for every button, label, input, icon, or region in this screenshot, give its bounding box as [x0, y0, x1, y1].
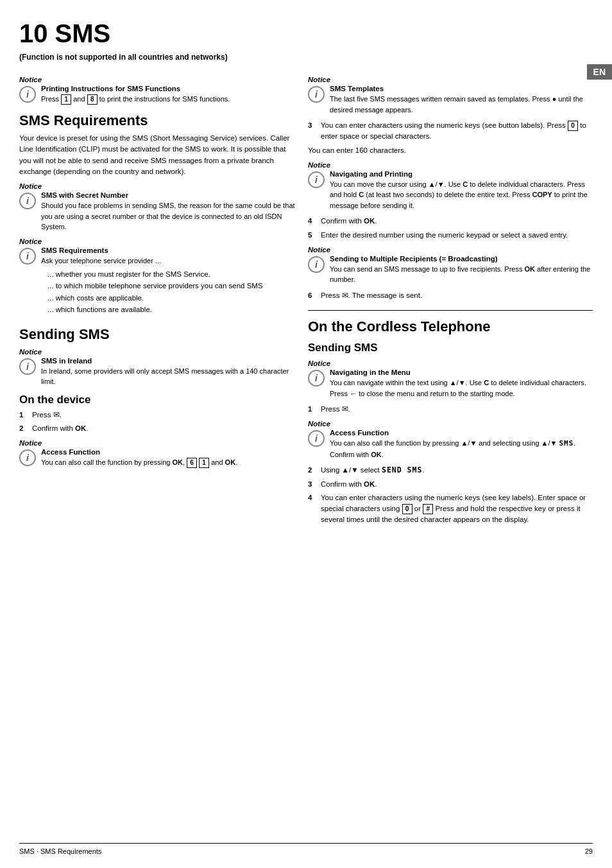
info-icon-r3: i: [308, 256, 325, 273]
send-sms-code: SEND SMS: [382, 465, 422, 474]
notice-title-r2: Navigating and Printing: [330, 170, 593, 178]
step-text-2: Confirm with OK.: [32, 423, 89, 434]
step-text-1: Press ✉.: [32, 410, 62, 421]
notice-content-r5: Access Function You can also call the fu…: [330, 429, 593, 460]
notice-text-r1: The last five SMS messages written remai…: [330, 94, 593, 115]
notice-content-r4: Navigating in the Menu You can navigate …: [330, 369, 593, 399]
notice-label-r1: Notice: [308, 76, 593, 83]
notice-content-4: SMS in Ireland In Ireland, some provider…: [41, 357, 295, 387]
en-badge: EN: [587, 64, 612, 80]
chapter-heading: 10 SMS: [19, 19, 593, 48]
notice-text-r5: You can also call the function by pressi…: [330, 438, 593, 460]
info-icon-1: i: [19, 86, 36, 103]
step-text-4c: You can enter characters using the numer…: [321, 492, 593, 526]
key-1: 1: [61, 94, 71, 105]
step-3-cordless: 3 Confirm with OK.: [308, 479, 593, 490]
key-0: 0: [568, 121, 578, 131]
bullet-item: ... which costs are applicable.: [47, 292, 295, 304]
right-column: Notice i SMS Templates The last five SMS…: [308, 71, 593, 836]
notice-printing: Notice i Printing Instructions for SMS F…: [19, 76, 295, 105]
step-num-4m: 4: [308, 216, 317, 227]
sms-code: SMS: [559, 439, 574, 447]
info-icon-r1: i: [308, 86, 325, 103]
chars-info: You can enter 160 characters.: [308, 145, 593, 156]
notice-label-1: Notice: [19, 76, 295, 83]
step-2-cordless: 2 Using ▲/▼ select SEND SMS.: [308, 465, 593, 476]
notice-title-1: Printing Instructions for SMS Functions: [41, 85, 295, 92]
step-text-3c: Confirm with OK.: [321, 479, 377, 490]
bullet-item: ... which functions are available.: [47, 304, 295, 315]
step-num-2: 2: [19, 423, 28, 434]
step-num-6m: 6: [308, 290, 317, 301]
step-num-2c: 2: [308, 465, 317, 476]
notice-text-3: Ask your telephone service provider ...: [41, 256, 295, 266]
notice-text-r2: You can move the cursor using ▲/▼. Use C…: [330, 179, 593, 211]
key-0c: 0: [402, 504, 412, 514]
bullet-item: ... to which mobile telephone service pr…: [47, 280, 295, 291]
notice-title-r1: SMS Templates: [330, 85, 593, 92]
notice-content-3: SMS Requirements Ask your telephone serv…: [41, 247, 295, 318]
step-num-1c: 1: [308, 404, 317, 415]
notice-content-2: SMS with Secret Number Should you face p…: [41, 191, 295, 232]
step-2-device: 2 Confirm with OK.: [19, 423, 295, 434]
step-num-4c: 4: [308, 492, 317, 526]
notice-content-r1: SMS Templates The last five SMS messages…: [330, 85, 593, 115]
notice-text-r3: You can send an SMS message to up to fiv…: [330, 264, 593, 285]
notice-access-cordless: Notice i Access Function You can also ca…: [308, 420, 593, 460]
info-icon-4: i: [19, 358, 36, 375]
sms-requirements-bullets: ... whether you must register for the SM…: [41, 268, 295, 316]
key-8: 8: [87, 94, 98, 105]
sending-sms-heading: Sending SMS: [19, 326, 295, 343]
step-1-cordless: 1 Press ✉.: [308, 404, 593, 415]
info-icon-2: i: [19, 193, 36, 209]
notice-label-5: Notice: [19, 439, 295, 447]
notice-requirements: Notice i SMS Requirements Ask your telep…: [19, 238, 295, 318]
step-text-4m: Confirm with OK.: [321, 216, 377, 227]
step-text-2c: Using ▲/▼ select SEND SMS.: [321, 465, 425, 476]
notice-templates: Notice i SMS Templates The last five SMS…: [308, 76, 593, 115]
notice-multi-recipients: Notice i Sending to Multiple Recipients …: [308, 246, 593, 285]
step-num-3c: 3: [308, 479, 317, 490]
step-4-main: 4 Confirm with OK.: [308, 216, 593, 227]
sms-requirements-body: Your device is preset for using the SMS …: [19, 133, 295, 177]
notice-nav-menu: Notice i Navigating in the Menu You can …: [308, 360, 593, 399]
key-6: 6: [187, 458, 197, 468]
step-text-6m: Press ✉. The message is sent.: [321, 290, 422, 301]
step-num-5m: 5: [308, 230, 317, 241]
step-5-main: 5 Enter the desired number using the num…: [308, 230, 593, 241]
notice-ireland: Notice i SMS in Ireland In Ireland, some…: [19, 348, 295, 387]
step-text-1c: Press ✉.: [321, 404, 350, 415]
notice-label-2: Notice: [19, 182, 295, 190]
info-icon-r2: i: [308, 171, 325, 188]
page-footer: SMS · SMS Requirements 29: [19, 843, 593, 855]
notice-text-1: Press 1 and 8 to print the instructions …: [41, 94, 295, 105]
notice-content-r3: Sending to Multiple Recipients (= Broadc…: [330, 255, 593, 285]
notice-text-r4: You can navigate within the text using ▲…: [330, 378, 593, 399]
key-hash: #: [423, 504, 433, 514]
key-1b: 1: [199, 458, 209, 468]
sending-sms-cordless-heading: Sending SMS: [308, 342, 593, 354]
info-icon-r5: i: [308, 430, 325, 447]
page: EN 10 SMS (Function is not supported in …: [0, 0, 612, 868]
footer-left: SMS · SMS Requirements: [19, 847, 101, 855]
notice-label-r4: Notice: [308, 360, 593, 367]
step-num-1: 1: [19, 410, 28, 421]
info-icon-3: i: [19, 248, 36, 265]
notice-label-4: Notice: [19, 348, 295, 356]
on-device-heading: On the device: [19, 394, 295, 406]
info-icon-r4: i: [308, 370, 325, 386]
step-3-main: 3 You can enter characters using the num…: [308, 120, 593, 143]
notice-content-5: Access Function You can also call the fu…: [41, 448, 295, 468]
bullet-item: ... whether you must register for the SM…: [47, 268, 295, 280]
notice-title-4: SMS in Ireland: [41, 357, 295, 365]
notice-content-r2: Navigating and Printing You can move the…: [330, 170, 593, 211]
notice-text-4: In Ireland, some providers will only acc…: [41, 366, 295, 387]
left-column: Notice i Printing Instructions for SMS F…: [19, 71, 295, 836]
notice-title-2: SMS with Secret Number: [41, 191, 295, 199]
step-4-cordless: 4 You can enter characters using the num…: [308, 492, 593, 526]
notice-secret: Notice i SMS with Secret Number Should y…: [19, 182, 295, 232]
step-1-device: 1 Press ✉.: [19, 410, 295, 421]
step-6-main: 6 Press ✉. The message is sent.: [308, 290, 593, 301]
notice-title-r5: Access Function: [330, 429, 593, 437]
info-icon-5: i: [19, 449, 36, 466]
